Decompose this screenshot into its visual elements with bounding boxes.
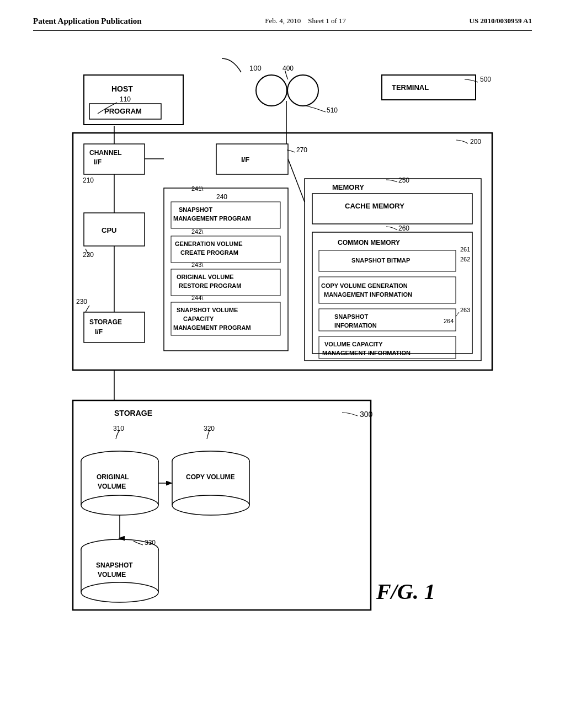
monitor-circle-right	[287, 75, 318, 106]
figure-label: F/G. 1	[376, 579, 435, 604]
channel-if-label: CHANNEL	[89, 149, 122, 157]
cpu-label: CPU	[102, 226, 116, 234]
gen-vol-label2: CREATE PROGRAM	[180, 249, 238, 256]
host-box	[84, 75, 183, 125]
ref-263: 263	[460, 307, 470, 313]
page-header: Patent Application Publication Feb. 4, 2…	[33, 17, 532, 31]
ref-210: 210	[83, 176, 94, 184]
vol-cap-mgmt-label2: MANAGEMENT INFORMATION	[322, 350, 411, 356]
ref-230: 230	[76, 298, 87, 306]
ref-200: 200	[470, 138, 481, 146]
ref-330: 330	[145, 539, 156, 547]
storage-controller-box	[73, 133, 492, 370]
original-volume-label1: ORIGINAL	[97, 473, 129, 481]
ref-500: 500	[480, 76, 491, 83]
ref-261: 261	[460, 246, 470, 253]
storage-if-box	[84, 312, 145, 342]
ref-240: 240	[216, 193, 227, 201]
snapshot-volume-label1: SNAPSHOT	[96, 561, 133, 569]
patent-number: US 2010/0030959 A1	[470, 17, 532, 25]
copy-vol-gen-box	[319, 277, 456, 303]
monitor-circle-left	[256, 75, 287, 106]
storage-if-label2: I/F	[95, 328, 103, 336]
terminal-label: TERMINAL	[392, 83, 429, 92]
channel-if-label2: I/F	[94, 158, 102, 166]
vol-cap-mgmt-label1: VOLUME CAPACITY	[324, 341, 383, 347]
ref-270: 270	[296, 146, 307, 154]
cache-memory-label: CACHE MEMORY	[345, 202, 404, 210]
storage-label: STORAGE	[114, 409, 152, 417]
svg-line-5	[288, 159, 305, 202]
sheet-label: Sheet 1 of 17	[308, 17, 346, 25]
ref-262: 262	[460, 256, 470, 263]
snapshot-volume-label2: VOLUME	[98, 571, 126, 579]
ref-400: 400	[282, 65, 294, 72]
svg-rect-9	[172, 461, 249, 505]
date-label: Feb. 4, 2010	[265, 17, 301, 25]
ref-110: 110	[120, 95, 131, 103]
ref-243: 243\	[191, 261, 204, 268]
memory-label: MEMORY	[332, 183, 364, 191]
snapshot-bitmap-label: SNAPSHOT BITMAP	[351, 257, 410, 264]
snapshot-info-label2: INFORMATION	[334, 322, 377, 329]
snapshot-info-label1: SNAPSHOT	[334, 313, 368, 320]
snap-vol-cap-label3: MANAGEMENT PROGRAM	[173, 324, 251, 331]
storage-if-label1: STORAGE	[89, 318, 122, 326]
header-center: Feb. 4, 2010 Sheet 1 of 17	[265, 17, 346, 25]
ref-264: 264	[444, 318, 454, 324]
snap-vol-cap-label2: CAPACITY	[183, 315, 214, 322]
if-label: I/F	[241, 156, 249, 164]
diagram-area: 100 HOST 110 PROGRAM TERMINAL 500 400	[34, 42, 531, 706]
ref-510: 510	[327, 106, 338, 114]
if-box	[216, 144, 288, 174]
program-label: PROGRAM	[104, 107, 142, 115]
copy-vol-gen-label1: COPY VOLUME GENERATION	[321, 282, 408, 289]
ref-241: 241\	[191, 185, 204, 192]
snapshot-mgmt-label1: SNAPSHOT	[179, 206, 212, 213]
ref-242: 242\	[191, 228, 204, 235]
ref-260: 260	[398, 224, 409, 232]
host-label: HOST	[111, 84, 133, 93]
ref-244: 244\	[191, 295, 204, 301]
publication-label: Patent Application Publication	[33, 17, 142, 26]
gen-vol-label1: GENERATION VOLUME	[175, 240, 243, 247]
snapshot-mgmt-label2: MANAGEMENT PROGRAM	[173, 215, 251, 222]
page: Patent Application Publication Feb. 4, 2…	[0, 0, 565, 728]
copy-volume-label: COPY VOLUME	[186, 473, 234, 481]
orig-vol-label2: RESTORE PROGRAM	[179, 282, 241, 289]
ref-100: 100	[249, 64, 262, 72]
original-volume-label2: VOLUME	[98, 483, 126, 490]
patent-diagram: 100 HOST 110 PROGRAM TERMINAL 500 400	[34, 42, 531, 704]
snap-vol-cap-label1: SNAPSHOT VOLUME	[177, 307, 238, 313]
common-memory-label: COMMON MEMORY	[338, 239, 400, 247]
orig-vol-label1: ORIGINAL VOLUME	[177, 274, 234, 280]
ref-300: 300	[360, 410, 373, 419]
ref-250: 250	[398, 176, 409, 184]
copy-vol-gen-label2: MANAGEMENT INFORMATION	[324, 291, 412, 298]
